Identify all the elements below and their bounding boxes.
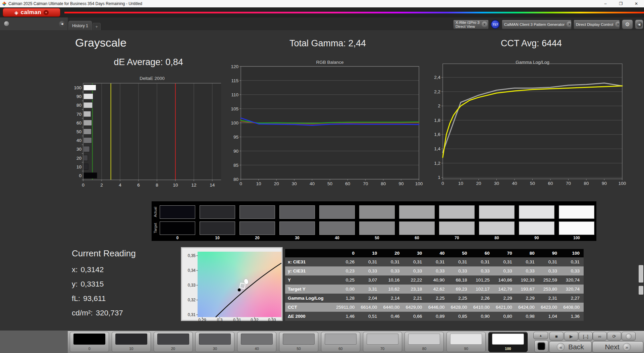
svg-text:0,32: 0,32 — [251, 318, 259, 322]
stop-button[interactable]: ■ — [549, 332, 564, 341]
svg-text:100: 100 — [231, 120, 238, 125]
pattern-level-label: 0 — [70, 347, 109, 351]
pattern-level-button-20[interactable]: 20 — [154, 332, 193, 352]
table-cell: 6614,00 — [359, 305, 381, 310]
table-header-cell: 90 — [539, 251, 561, 256]
panel-edge-handle[interactable] — [639, 265, 643, 283]
continuous-measure-button[interactable]: ∞ — [593, 332, 607, 341]
play-button[interactable]: ▶ — [564, 332, 578, 341]
close-button[interactable]: ✕ — [629, 0, 644, 7]
cie-measured-dot — [238, 289, 241, 292]
svg-text:115: 115 — [231, 78, 238, 83]
loop-button[interactable]: ⟳ — [607, 332, 621, 341]
pattern-level-swatch — [492, 334, 524, 345]
panel-pin-button[interactable] — [4, 21, 9, 27]
table-cell: 0,85 — [448, 314, 471, 319]
main-content: Grayscale dE Average: 0,84 Total Gamma: … — [0, 30, 644, 331]
svg-text:12: 12 — [191, 183, 196, 188]
table-cell: 0,33 — [448, 268, 471, 273]
logo-menu-chevron-icon[interactable]: ▼ — [44, 10, 49, 15]
toolbar-collapse-button[interactable]: ◀ — [635, 19, 643, 29]
pattern-level-label: 90 — [447, 347, 485, 351]
pattern-level-button-0[interactable]: 0 — [70, 332, 109, 352]
tab-history-1[interactable]: History 1 — [68, 21, 92, 30]
display-control-chevron-icon[interactable]: ▼ — [615, 21, 620, 27]
table-cell: 0,46 — [381, 314, 404, 319]
table-cell: 2,25 — [448, 296, 471, 301]
table-cell: 0,33 — [516, 268, 539, 273]
table-row-y: Y0,253,0710,1622,2240,9068,18101,25140,8… — [285, 275, 584, 285]
reading-y: y:0,3315 — [72, 280, 136, 289]
target-swatch-60 — [399, 221, 435, 235]
swatch-level-label: 60 — [399, 236, 435, 240]
actual-swatch-30 — [279, 205, 315, 219]
pattern-level-button-100[interactable]: 100 — [488, 332, 528, 352]
svg-text:60: 60 — [76, 120, 82, 125]
pattern-level-button-30[interactable]: 30 — [195, 332, 234, 352]
swatch-level-label: 80 — [479, 236, 515, 240]
pattern-level-label: 80 — [405, 347, 443, 351]
meter-dropdown[interactable]: X-Rite i1Pro 3Direct View ▼ — [453, 20, 489, 29]
status-led[interactable] — [622, 332, 636, 341]
pattern-panel-collapse-button[interactable]: ▲ — [533, 332, 548, 339]
table-cell: 102,17 — [471, 287, 494, 292]
svg-text:0,34: 0,34 — [188, 268, 196, 273]
panel-edge-handle[interactable] — [639, 286, 643, 295]
actual-swatch-20 — [239, 205, 275, 219]
table-header-cell: 70 — [494, 251, 516, 256]
svg-text:50: 50 — [530, 181, 535, 186]
pattern-level-button-90[interactable]: 90 — [446, 332, 486, 352]
svg-text:1,8: 1,8 — [434, 118, 440, 123]
add-tab-button[interactable]: + — [93, 23, 101, 30]
app-icon — [2, 2, 6, 6]
table-cell: 0,00 — [336, 287, 359, 292]
cct-average-text: CCT Avg: 6444 — [432, 38, 631, 49]
svg-text:100: 100 — [74, 85, 82, 90]
target-swatch-10 — [200, 221, 235, 235]
table-cell: 42,62 — [426, 287, 448, 292]
restore-button[interactable]: ❐ — [613, 0, 629, 7]
pattern-level-button-80[interactable]: 80 — [405, 332, 444, 352]
table-cell: 0,66 — [404, 314, 426, 319]
svg-text:40: 40 — [310, 181, 315, 186]
display-control-dropdown[interactable]: Direct Display Control ▼ — [574, 20, 620, 29]
svg-text:2,4: 2,4 — [434, 75, 440, 80]
svg-text:100: 100 — [619, 181, 626, 186]
titlebar: Calman 2025 Calman Ultimate for Business… — [0, 0, 644, 7]
svg-text:105: 105 — [231, 106, 238, 111]
pattern-level-button-10[interactable]: 10 — [112, 332, 151, 352]
table-cell: 1,28 — [336, 296, 359, 301]
sidebar-collapse-icon[interactable]: ◀ — [59, 21, 65, 27]
svg-text:0: 0 — [441, 181, 444, 186]
pattern-level-label: 40 — [237, 347, 276, 351]
minimize-button[interactable]: – — [598, 0, 613, 7]
single-measure-button[interactable]: [‥] — [579, 332, 593, 341]
back-button[interactable]: « Back — [549, 341, 592, 353]
swatch-level-label: 0 — [160, 236, 195, 240]
pattern-level-button-50[interactable]: 50 — [279, 332, 318, 352]
table-header-cell: 30 — [404, 251, 426, 256]
table-cell: 1,46 — [336, 314, 359, 319]
pattern-level-button-40[interactable]: 40 — [237, 332, 276, 352]
actual-swatch-10 — [200, 205, 235, 219]
pattern-level-label: 10 — [112, 347, 151, 351]
calman-menu-button[interactable]: ◈ calman ▼ — [3, 8, 60, 17]
table-cell: 6408,00 — [561, 305, 584, 310]
grayscale-swatch-strip: Actual Target 0102030405060708090100 — [152, 201, 596, 241]
table-cell: 10,16 — [381, 278, 404, 283]
next-label: Next — [605, 343, 619, 351]
pattern-generator-chevron-icon[interactable]: ▼ — [567, 21, 572, 27]
pattern-level-button-70[interactable]: 70 — [363, 332, 402, 352]
meter-chevron-icon[interactable]: ▼ — [482, 21, 487, 27]
settings-button[interactable]: ⚙ — [622, 19, 633, 29]
svg-text:0,3: 0,3 — [217, 318, 223, 322]
next-button[interactable]: Next » — [592, 341, 643, 353]
meter-badge[interactable]: 717 — [491, 20, 500, 29]
pattern-level-button-60[interactable]: 60 — [321, 332, 360, 352]
pattern-generator-dropdown[interactable]: CalMAN Client 3 Pattern Generator ▼ — [502, 20, 572, 29]
pattern-level-swatch — [450, 334, 482, 345]
table-row-gamma-log-log: Gamma Log/Log1,282,042,142,212,252,252,2… — [285, 294, 584, 303]
pattern-window-button[interactable] — [534, 340, 548, 352]
play-icon: ▶ — [570, 334, 573, 339]
pattern-level-swatch — [283, 334, 315, 345]
